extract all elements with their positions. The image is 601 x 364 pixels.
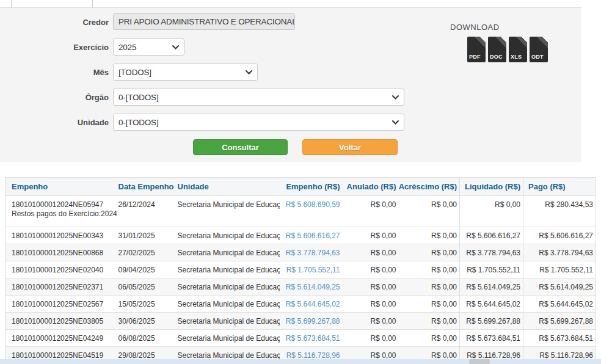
- empenho-unidade: Secretaria Municipal de Educação: [176, 296, 280, 313]
- credor-label: Credor: [5, 18, 109, 27]
- empenho-value-link[interactable]: R$ 5.606.616,27: [286, 231, 340, 240]
- empenho-unidade: Secretaria Municipal de Educação: [176, 313, 280, 330]
- anulado-value: R$ 0,00: [343, 278, 399, 296]
- empenho-number: 180101000012025NE02040: [5, 261, 117, 278]
- empenho-unidade: Secretaria Municipal de Educação: [176, 244, 280, 261]
- empenho-value-link[interactable]: R$ 5.699.267,88: [286, 317, 340, 326]
- mes-select[interactable]: [TODOS]: [113, 64, 258, 81]
- liquidado-value: R$ 5.699.267,88: [460, 313, 523, 330]
- pago-value: R$ 5.699.267,88: [523, 313, 596, 330]
- table-row: 180101000012025NE03805 30/06/2025 Secret…: [5, 313, 596, 330]
- col-liquidado-rs: Liquidado (R$): [460, 178, 523, 196]
- col-anulado-rs: Anulado (R$): [343, 178, 399, 196]
- chevron-down-icon: [246, 70, 252, 75]
- unidade-label: Unidade: [5, 118, 109, 127]
- pago-value: R$ 5.614.049,25: [523, 278, 596, 296]
- table-row: 180101000012025NE00343 31/01/2025 Secret…: [5, 227, 596, 244]
- chevron-down-icon: [392, 95, 399, 100]
- col-data-empenho: Data Empenho: [117, 178, 176, 196]
- acrescimo-value: R$ 0,00: [399, 196, 460, 227]
- empenho-value-link[interactable]: R$ 5.614.049,25: [286, 283, 340, 291]
- empenho-value-link[interactable]: R$ 1.705.552,11: [286, 266, 340, 274]
- empenho-number: 180101000012025NE02371: [5, 278, 117, 296]
- empenho-number: 180101000012025NE02567: [5, 296, 117, 313]
- chevron-down-icon: [172, 45, 179, 49]
- orgao-label: Órgão: [5, 93, 109, 102]
- empenho-date: 09/04/2025: [117, 261, 176, 278]
- orgao-select[interactable]: 0-[TODOS]: [113, 89, 404, 106]
- empenho-number: 180101000012025NE03805: [5, 313, 117, 330]
- table-row: 180101000012025NE04249 06/08/2025 Secret…: [5, 330, 596, 347]
- anulado-value: R$ 0,00: [343, 261, 399, 278]
- anulado-value: R$ 0,00: [343, 196, 399, 227]
- empenho-date: 31/01/2025: [117, 227, 176, 244]
- acrescimo-value: R$ 0,00: [399, 330, 460, 347]
- empenho-unidade: Secretaria Municipal de Educação: [176, 330, 280, 347]
- voltar-button[interactable]: Voltar: [302, 139, 398, 155]
- empenho-value-link[interactable]: R$ 5.116.728,96: [286, 351, 340, 360]
- acrescimo-value: R$ 0,00: [399, 244, 460, 261]
- pago-value: R$ 3.778.794,63: [523, 244, 596, 261]
- empenho-date: 30/06/2025: [117, 313, 176, 330]
- table-row: 180101000012024NE05947Restos pagos do Ex…: [5, 196, 596, 227]
- download-doc-icon[interactable]: DOC: [488, 37, 506, 62]
- pago-value: R$ 5.673.684,51: [523, 330, 596, 347]
- download-pdf-icon[interactable]: PDF: [467, 37, 486, 62]
- empenhos-table: Empenho Data Empenho Unidade Empenho (R$…: [5, 177, 596, 364]
- credor-field: PRI APOIO ADMINISTRATIVO E OPERACIONAL L…: [113, 13, 295, 30]
- scrollbar-thumb[interactable]: [469, 359, 490, 364]
- consultar-button[interactable]: Consultar: [193, 139, 288, 155]
- acrescimo-value: R$ 0,00: [399, 313, 460, 330]
- col-empenho-rs: Empenho (R$): [280, 178, 343, 196]
- pago-value: R$ 1.705.552,11: [523, 261, 596, 278]
- acrescimo-value: R$ 0,00: [399, 296, 460, 313]
- download-odt-icon[interactable]: ODT: [530, 37, 548, 62]
- exercicio-select[interactable]: 2025: [113, 38, 184, 56]
- liquidado-value: R$ 5.614.049,25: [460, 278, 523, 296]
- liquidado-value: R$ 1.705.552,11: [460, 261, 523, 278]
- anulado-value: R$ 0,00: [343, 227, 399, 244]
- horizontal-scrollbar[interactable]: [0, 359, 601, 364]
- anulado-value: R$ 0,00: [343, 313, 399, 330]
- exercicio-value: 2025: [118, 43, 136, 52]
- empenho-value-link[interactable]: R$ 5.644.645,02: [286, 300, 340, 308]
- table-header-row: Empenho Data Empenho Unidade Empenho (R$…: [5, 178, 596, 196]
- unidade-select[interactable]: 0-[TODOS]: [113, 114, 404, 131]
- empenho-note: Restos pagos do Exercício:2024: [12, 209, 117, 218]
- liquidado-value: R$ 0,00: [460, 196, 523, 227]
- empenho-unidade: Secretaria Municipal de Educação: [176, 227, 280, 244]
- liquidado-value: R$ 3.778.794,63: [460, 244, 523, 261]
- acrescimo-value: R$ 0,00: [399, 227, 460, 244]
- anulado-value: R$ 0,00: [343, 330, 399, 347]
- col-unidade: Unidade: [176, 178, 280, 196]
- col-pago-rs: Pago (R$): [523, 178, 596, 196]
- empenho-date: 06/08/2025: [117, 330, 176, 347]
- empenho-value-link[interactable]: R$ 5.608.690,59: [286, 200, 340, 209]
- table-row: 180101000012025NE02040 09/04/2025 Secret…: [5, 261, 596, 278]
- table-row: 180101000012025NE02567 15/05/2025 Secret…: [5, 296, 596, 313]
- empenho-number: 180101000012025NE04249: [5, 330, 117, 347]
- credor-value: PRI APOIO ADMINISTRATIVO E OPERACIONAL L…: [118, 17, 295, 26]
- empenho-number: 180101000012024NE05947: [12, 200, 117, 209]
- pago-value: R$ 5.644.645,02: [523, 296, 596, 313]
- download-icons: PDF DOC XLS ODT: [467, 37, 548, 62]
- table-row: 180101000012025NE02371 06/05/2025 Secret…: [5, 278, 596, 296]
- exercicio-label: Exercício: [5, 43, 109, 52]
- tab-remnant: [11, 0, 93, 7]
- empenho-unidade: Secretaria Municipal de Educação: [176, 278, 280, 296]
- empenho-number: 180101000012025NE00343: [5, 227, 117, 244]
- empenho-value-link[interactable]: R$ 5.673.684,51: [286, 334, 340, 343]
- liquidado-value: R$ 5.606.616,27: [460, 227, 523, 244]
- empenho-value-link[interactable]: R$ 3.778.794,63: [286, 249, 340, 257]
- empenho-date: 15/05/2025: [117, 296, 176, 313]
- download-xls-icon[interactable]: XLS: [509, 37, 527, 62]
- col-acrescimo-rs: Acréscimo (R$): [399, 178, 460, 196]
- anulado-value: R$ 0,00: [343, 244, 399, 261]
- pago-value: R$ 280.434,53: [523, 196, 596, 227]
- table-row: 180101000012025NE00868 27/02/2025 Secret…: [5, 244, 596, 261]
- chevron-down-icon: [392, 120, 399, 125]
- acrescimo-value: R$ 0,00: [399, 278, 460, 296]
- unidade-value: 0-[TODOS]: [118, 118, 158, 127]
- empenho-unidade: Secretaria Municipal de Educação: [176, 196, 280, 227]
- empenho-date: 27/02/2025: [117, 244, 176, 261]
